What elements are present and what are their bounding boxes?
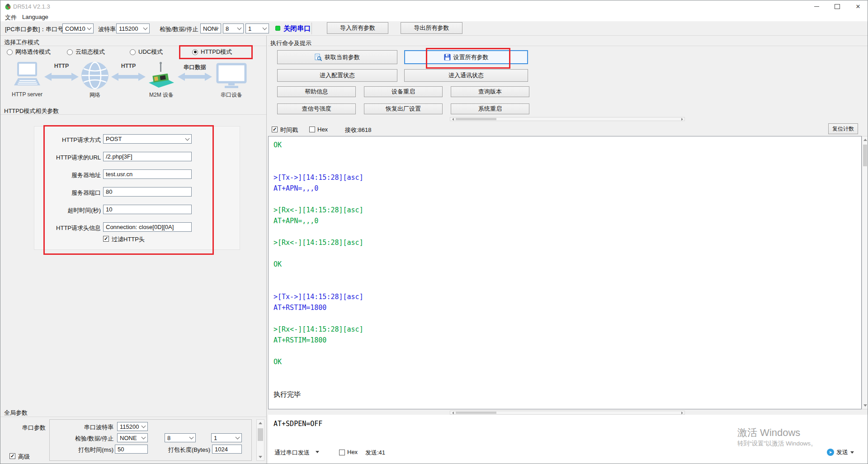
scroll-thumb[interactable]: [456, 412, 496, 414]
get-params-button[interactable]: 获取当前参数: [277, 50, 397, 64]
scroll-up-icon[interactable]: [862, 136, 868, 143]
close-port-button[interactable]: 关闭串口: [283, 24, 311, 33]
serial-params-label: 串口参数: [22, 424, 46, 432]
server-port-value: 80: [106, 188, 112, 195]
query-signal-button[interactable]: 查信号强度: [277, 103, 356, 114]
http-server-icon: [12, 62, 42, 89]
scroll-thumb[interactable]: [258, 428, 263, 441]
timeout-input[interactable]: 10: [103, 205, 192, 214]
timeout-value: 10: [106, 206, 112, 213]
system-restart-button[interactable]: 系统重启: [451, 103, 529, 114]
commands-panel-title: 执行命令及提示: [270, 39, 311, 47]
link-label-http-2: HTTP: [111, 63, 146, 69]
menu-file[interactable]: 文件: [3, 14, 19, 22]
scroll-right-icon[interactable]: [680, 118, 684, 120]
gp-stopbits-value: 1: [214, 435, 217, 441]
log-top-scrollbar[interactable]: [450, 117, 685, 121]
scroll-thumb[interactable]: [456, 118, 496, 120]
gp-pack-time-input[interactable]: 50: [115, 445, 148, 454]
close-button[interactable]: ✕: [848, 0, 868, 13]
baud-select[interactable]: 115200: [116, 23, 150, 33]
send-text[interactable]: AT+SDPEN=OFF: [274, 420, 322, 428]
log-bottom-scrollbar[interactable]: [450, 411, 685, 415]
gp-parity-value: NONE: [120, 435, 137, 441]
maximize-icon: [835, 4, 840, 9]
gp-pack-len-value: 1024: [215, 446, 228, 453]
factory-reset-label: 恢复出厂设置: [386, 105, 421, 113]
scroll-thumb[interactable]: [863, 145, 867, 166]
received-counter: 接收:8618: [345, 126, 372, 134]
radio-net-transparent[interactable]: 网络透传模式: [7, 48, 51, 56]
log-hex-label: Hex: [317, 126, 328, 133]
help-label: 帮助信息: [305, 88, 328, 96]
set-params-button[interactable]: 设置所有参数: [404, 50, 528, 64]
filter-http-checkbox[interactable]: ✓: [103, 236, 109, 242]
send-caret-icon[interactable]: [850, 451, 854, 454]
factory-reset-button[interactable]: 恢复出厂设置: [364, 103, 443, 114]
databits-select[interactable]: 8: [223, 23, 244, 33]
log-vertical-scrollbar[interactable]: [862, 136, 868, 409]
help-button[interactable]: 帮助信息: [277, 86, 356, 97]
app-logo-icon: [5, 3, 11, 10]
log-hex-checkbox[interactable]: [309, 127, 315, 132]
http-url-input[interactable]: /2.php[3F]: [103, 152, 192, 161]
export-all-button[interactable]: 导出所有参数: [401, 22, 462, 34]
gp-pack-time-value: 50: [118, 446, 124, 453]
scroll-left-icon[interactable]: [451, 118, 455, 120]
gp-baud-select[interactable]: 115200: [117, 422, 148, 431]
radio-udc-mode[interactable]: UDC模式: [130, 48, 163, 56]
send-via-caret-icon[interactable]: [316, 451, 319, 453]
scroll-down-icon[interactable]: [862, 402, 868, 409]
scroll-down-icon[interactable]: [257, 454, 264, 460]
enter-comm-button[interactable]: 进入通讯状态: [404, 69, 528, 82]
server-address-input[interactable]: test.usr.cn: [103, 169, 192, 179]
minimize-button[interactable]: [806, 0, 827, 13]
http-method-select[interactable]: POST: [103, 134, 192, 144]
query-version-button[interactable]: 查询版本: [451, 86, 529, 97]
gp-stopbits-select[interactable]: 1: [211, 433, 242, 442]
gp-databits-select[interactable]: 8: [165, 433, 196, 442]
scroll-left-icon[interactable]: [451, 412, 455, 414]
advanced-checkbox[interactable]: ✓: [9, 453, 15, 459]
node-label-network: 网络: [77, 91, 113, 99]
radio-label: 网络透传模式: [15, 48, 51, 56]
save-floppy-icon: [444, 54, 451, 61]
gp-parity-select[interactable]: NONE: [117, 433, 148, 442]
radio-httpd-mode[interactable]: HTTPD模式: [192, 48, 232, 56]
radio-icon: [192, 49, 198, 55]
menu-language[interactable]: Language: [20, 14, 50, 20]
global-params-scrollbar[interactable]: [256, 419, 264, 461]
gp-baud-value: 115200: [120, 423, 139, 430]
global-params-underline: [0, 417, 266, 417]
pc-serial-label: [PC串口参数]：串口号: [5, 25, 63, 33]
timestamp-checkbox[interactable]: ✓: [272, 127, 278, 132]
send-button[interactable]: ➤ 发送: [827, 446, 862, 459]
field-label-server-address: 服务器地址: [14, 171, 101, 179]
scroll-up-icon[interactable]: [257, 420, 264, 427]
send-button-label: 发送: [836, 448, 848, 456]
enter-comm-label: 进入通讯状态: [448, 71, 484, 80]
radio-cloud-scada[interactable]: 云组态模式: [67, 48, 105, 56]
scroll-right-icon[interactable]: [680, 412, 684, 414]
com-port-select[interactable]: COM10: [62, 23, 94, 33]
radio-label: 云组态模式: [75, 48, 105, 56]
device-restart-button[interactable]: 设备重启: [364, 86, 443, 97]
server-port-input[interactable]: 80: [103, 187, 192, 197]
http-header-value: Connection: close[0D][0A]: [106, 224, 174, 230]
parity-select[interactable]: NONI: [200, 23, 221, 33]
send-via-serial-dropdown[interactable]: 通过串口发送: [274, 449, 310, 457]
reset-count-label: 复位计数: [832, 125, 854, 133]
import-all-button[interactable]: 导入所有参数: [327, 22, 388, 34]
gp-pack-len-input[interactable]: 1024: [212, 445, 242, 454]
maximize-button[interactable]: [827, 0, 848, 13]
gp-pack-time-label: 打包时间(ms): [59, 446, 113, 454]
gp-baud-label: 串口波特率: [59, 423, 113, 431]
stopbits-select[interactable]: 1: [245, 23, 269, 33]
node-label-serial-device: 串口设备: [211, 91, 252, 99]
http-header-input[interactable]: Connection: close[0D][0A]: [103, 222, 192, 232]
com-port-value: COM10: [65, 25, 85, 32]
reset-count-button[interactable]: 复位计数: [828, 123, 858, 134]
send-hex-checkbox[interactable]: [339, 450, 345, 455]
send-hex-label: Hex: [347, 449, 358, 455]
enter-config-button[interactable]: 进入配置状态: [277, 69, 397, 82]
